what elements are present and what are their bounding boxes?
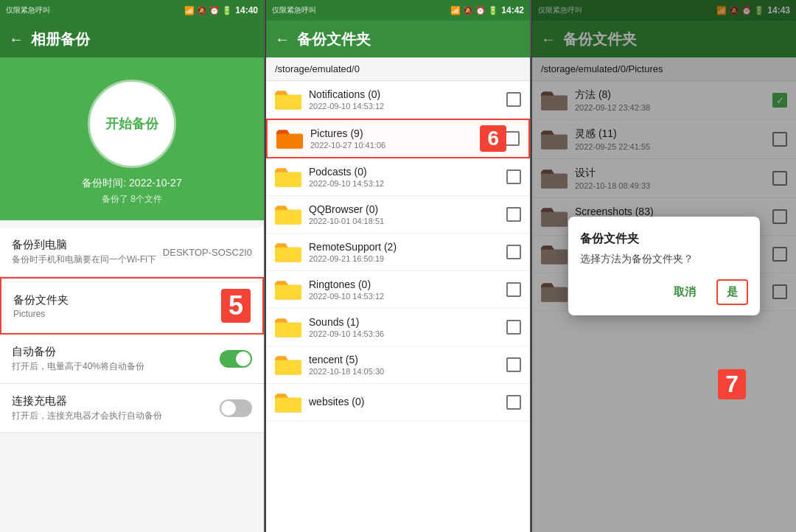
back-button-1[interactable]: ← [9,31,24,48]
folder-details-pictures: Pictures (9) 2022-10-27 10:41:06 [310,127,505,150]
emergency-text: 仅限紧急呼叫 [6,5,50,15]
charger-sub: 打开后，连接充电器才会执行自动备份 [12,410,162,422]
step-badge-5: 5 [221,289,251,323]
charger-toggle[interactable] [220,399,252,417]
panel-pictures-folder: 仅限紧急呼叫 📶 🔕 ⏰ 🔋 14:43 ← 备份文件夹 /storage/em… [531,0,796,532]
folder-checkbox-websites[interactable] [506,395,521,410]
folder-item-notifications[interactable]: Notifications (0) 2022-09-10 14:53:12 [266,81,530,119]
status-bar-right: 📶 🔕 ⏰ 🔋 14:40 [184,5,258,15]
dialog-title: 备份文件夹 [580,231,748,247]
folder-checkbox-tencent[interactable] [506,357,521,372]
folder-details-ringtones: Ringtones (0) 2022-09-10 14:53:12 [309,279,506,301]
folder-name-remotesupport: RemoteSupport (2) [309,241,506,253]
folder-details-qqbrowser: QQBrowser (0) 2022-10-01 04:18:51 [309,203,506,225]
backup-folder-sub: Pictures [13,309,69,319]
folder-icon [275,203,301,225]
svg-rect-2 [275,172,301,187]
folder-date: 2022-09-10 14:53:12 [309,102,506,111]
top-bar-1: ← 相册备份 [0,21,264,57]
folder-checkbox-qqbrowser[interactable] [506,207,521,222]
folder-date-ringtones: 2022-09-10 14:53:12 [309,292,506,301]
folder-date-pictures: 2022-10-27 10:41:06 [310,141,505,150]
folder-item-podcasts[interactable]: Podcasts (0) 2022-09-10 14:53:12 [266,158,530,196]
dialog-cancel-button[interactable]: 取消 [665,279,705,305]
status-bar-left: 仅限紧急呼叫 [6,5,50,15]
folder-details-podcasts: Podcasts (0) 2022-09-10 14:53:12 [309,166,506,188]
panel1-content: 开始备份 备份时间: 2022-10-27 备份了 8个文件 备份到电脑 备份时… [0,57,264,532]
folder-icon [275,88,301,111]
folder-checkbox-podcasts[interactable] [506,169,521,184]
start-backup-button[interactable]: 开始备份 [88,80,176,168]
charger-label: 连接充电器 [12,394,162,408]
folder-date-sounds: 2022-09-10 14:53:36 [309,329,506,338]
folder-name-pictures: Pictures (9) [310,127,505,139]
dialog-actions: 取消 是 [580,279,748,305]
folder-icon [275,166,301,188]
folder-item-websites[interactable]: websites (0) [266,384,530,421]
folder-name-podcasts: Podcasts (0) [309,166,506,178]
folder-item-tencent[interactable]: tencent (5) 2022-10-18 14:05:30 [266,346,530,384]
folder-details-sounds: Sounds (1) 2022-09-10 14:53:36 [309,316,506,338]
status-time-2: 14:42 [501,5,524,15]
folder-name-sounds: Sounds (1) [309,316,506,328]
folder-checkbox-sounds[interactable] [506,320,521,335]
folder-icon [275,241,301,263]
status-bar2-left: 仅限紧急呼叫 [272,5,316,15]
folder-date-podcasts: 2022-09-10 14:53:12 [309,179,506,188]
folder-details-remotesupport: RemoteSupport (2) 2022-09-21 16:50:19 [309,241,506,263]
path-bar-2: /storage/emulated/0 [266,57,530,81]
auto-backup-sub: 打开后，电量高于40%将自动备份 [12,360,144,373]
folder-name-ringtones: Ringtones (0) [309,279,506,290]
backup-date: 备份时间: 2022-10-27 [82,177,181,190]
folder-item-sounds[interactable]: Sounds (1) 2022-09-10 14:53:36 [266,309,530,346]
page-title-1: 相册备份 [31,29,90,49]
backup-to-pc-value: DESKTOP-SOSC2I0 [163,247,252,258]
auto-backup-label: 自动备份 [12,345,144,359]
folder-item-qqbrowser[interactable]: QQBrowser (0) 2022-10-01 04:18:51 [266,196,530,234]
folder-checkbox-remotesupport[interactable] [506,245,521,259]
backup-folder-item[interactable]: 备份文件夹 Pictures 5 [0,277,264,335]
auto-backup-toggle[interactable] [220,350,252,368]
panel-album-backup: 仅限紧急呼叫 📶 🔕 ⏰ 🔋 14:40 ← 相册备份 开始备份 备份时间: 2… [0,0,264,532]
folder-name-websites: websites (0) [309,396,506,407]
folder-item-ringtones[interactable]: Ringtones (0) 2022-09-10 14:53:12 [266,271,530,309]
step-badge-6: 6 [480,125,506,152]
folder-item-pictures[interactable]: Pictures (9) 2022-10-27 10:41:06 6 [266,119,530,158]
status-bar2-right: 📶 🔕 ⏰ 🔋 14:42 [450,5,524,15]
folder-checkbox-ringtones[interactable] [506,282,521,297]
svg-rect-5 [275,285,301,300]
backup-folder-left: 备份文件夹 Pictures [13,293,69,319]
folder-item-remotesupport[interactable]: RemoteSupport (2) 2022-09-21 16:50:19 [266,234,530,271]
folder-details-tencent: tencent (5) 2022-10-18 14:05:30 [309,354,506,376]
folder-date-remotesupport: 2022-09-21 16:50:19 [309,254,506,263]
folder-checkbox-pictures[interactable] [505,131,520,146]
emergency-text-2: 仅限紧急呼叫 [272,5,316,15]
charger-item[interactable]: 连接充电器 打开后，连接充电器才会执行自动备份 [0,384,264,433]
panel-backup-folder: 仅限紧急呼叫 📶 🔕 ⏰ 🔋 14:42 ← 备份文件夹 /storage/em… [265,0,530,532]
status-time-1: 14:40 [235,5,258,15]
svg-rect-6 [275,323,301,337]
svg-rect-4 [275,248,301,262]
step-badge-7: 7 [718,369,746,399]
folder-icon [275,391,301,413]
folder-name-tencent: tencent (5) [309,354,506,365]
back-button-2[interactable]: ← [275,31,290,48]
svg-rect-0 [275,95,301,110]
svg-rect-3 [275,210,301,225]
folder-checkbox[interactable] [506,92,521,107]
backup-to-pc-left: 备份到电脑 备份时手机和电脑要在同一个Wi-Fi下 [12,238,156,266]
backup-circle-area: 开始备份 备份时间: 2022-10-27 备份了 8个文件 [0,57,264,220]
dialog-overlay: 备份文件夹 选择方法为备份文件夹？ 取消 是 7 [532,0,796,532]
folder-date-tencent: 2022-10-18 14:05:30 [309,367,506,376]
backup-to-pc-label: 备份到电脑 [12,238,156,252]
backup-count: 备份了 8个文件 [102,193,162,206]
auto-backup-left: 自动备份 打开后，电量高于40%将自动备份 [12,345,144,373]
folder-details-websites: websites (0) [309,396,506,409]
dialog-confirm-button[interactable]: 是 [716,279,748,305]
folder-name: Notifications (0) [309,88,506,100]
folder-details: Notifications (0) 2022-09-10 14:53:12 [309,88,506,111]
folder-name-qqbrowser: QQBrowser (0) [309,203,506,215]
auto-backup-item[interactable]: 自动备份 打开后，电量高于40%将自动备份 [0,335,264,384]
backup-to-pc-item[interactable]: 备份到电脑 备份时手机和电脑要在同一个Wi-Fi下 DESKTOP-SOSC2I… [0,228,264,277]
folder-icon [275,354,301,376]
